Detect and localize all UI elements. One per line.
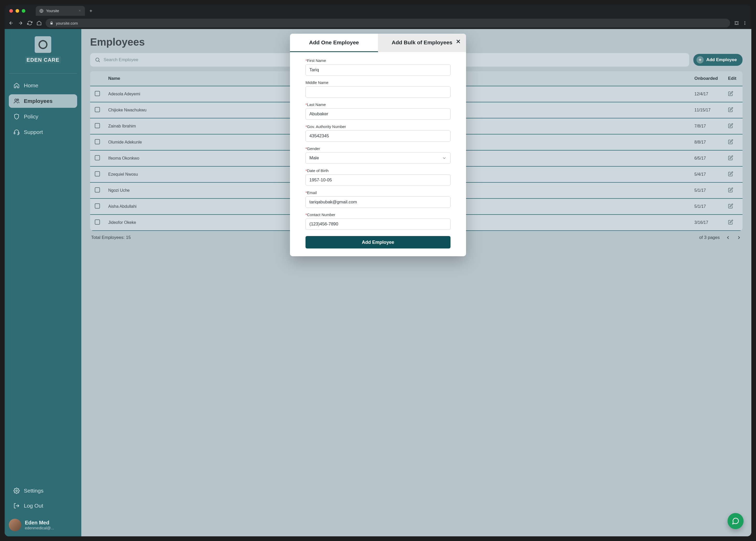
cell-onboarded: 3/16/17: [691, 215, 724, 231]
modal-body: *First Name Middle Name *Last Name *Gov.…: [290, 52, 466, 256]
edit-icon[interactable]: [728, 204, 733, 209]
edit-icon[interactable]: [728, 107, 733, 112]
plus-icon: [696, 56, 704, 64]
row-checkbox[interactable]: [95, 171, 100, 177]
forward-icon[interactable]: [18, 20, 23, 26]
sidebar-item-employees[interactable]: Employees: [9, 94, 77, 108]
cell-onboarded: 7/8/17: [691, 118, 724, 134]
svg-rect-14: [14, 132, 15, 134]
add-employee-label: Add Employee: [706, 57, 737, 62]
label-gender: *Gender: [306, 146, 450, 151]
users-icon: [13, 98, 20, 104]
logout-icon: [13, 503, 20, 509]
svg-point-10: [745, 23, 745, 24]
new-tab-button[interactable]: [87, 7, 95, 15]
svg-point-16: [16, 490, 17, 491]
add-employee-modal: Add One Employee Add Bulk of Employees *…: [290, 34, 466, 256]
sidebar-item-label: Support: [24, 129, 43, 135]
col-select: [90, 71, 105, 86]
svg-rect-4: [735, 23, 736, 24]
middle-name-field[interactable]: [306, 86, 450, 98]
dob-field[interactable]: [306, 174, 450, 186]
sidebar-item-policy[interactable]: Policy: [9, 110, 77, 123]
label-gov-auth: *Gov. Authority Number: [306, 124, 450, 129]
row-checkbox[interactable]: [95, 123, 100, 128]
gov-auth-field[interactable]: [306, 130, 450, 142]
edit-icon[interactable]: [728, 123, 733, 128]
row-checkbox[interactable]: [95, 220, 100, 225]
cell-edit: [724, 134, 743, 150]
modal-tabs: Add One Employee Add Bulk of Employees: [290, 34, 466, 52]
minimize-window-icon[interactable]: [16, 9, 19, 13]
sidebar-item-logout[interactable]: Log Out: [9, 499, 77, 512]
gender-select[interactable]: Male: [306, 152, 450, 164]
edit-icon[interactable]: [728, 187, 733, 193]
home-icon[interactable]: [36, 20, 42, 26]
cell-onboarded: 12/4/17: [691, 86, 724, 102]
close-tab-icon[interactable]: [78, 9, 81, 13]
contact-field[interactable]: [306, 219, 450, 230]
sidebar-item-label: Log Out: [24, 503, 43, 509]
gear-icon: [13, 488, 20, 494]
col-onboarded: Onboarded: [691, 71, 724, 86]
address-bar[interactable]: yoursite.com: [46, 19, 730, 27]
browser-window: Yoursite yoursite.com E: [5, 5, 751, 536]
pager: of 3 pages: [699, 235, 741, 240]
last-name-field[interactable]: [306, 108, 450, 120]
sidebar: EDEN CARE Home Employees Policy: [5, 29, 81, 536]
window-controls: [9, 9, 25, 13]
cell-onboarded: 6/5/17: [691, 150, 724, 166]
menu-icon[interactable]: [742, 20, 748, 26]
cell-edit: [724, 199, 743, 215]
first-name-field[interactable]: [306, 64, 450, 76]
user-name: Eden Med: [25, 520, 54, 526]
headset-icon: [13, 129, 20, 135]
row-checkbox[interactable]: [95, 187, 100, 193]
tab-add-bulk[interactable]: Add Bulk of Employees: [378, 34, 466, 52]
user-profile[interactable]: Eden Med edenmedical@...: [9, 519, 77, 531]
label-contact: *Contact Number: [306, 213, 450, 217]
row-checkbox[interactable]: [95, 107, 100, 112]
svg-point-9: [745, 21, 745, 22]
sidebar-item-home[interactable]: Home: [9, 79, 77, 92]
sidebar-item-settings[interactable]: Settings: [9, 484, 77, 497]
sidebar-nav: Home Employees Policy Support: [9, 79, 77, 139]
reload-icon[interactable]: [27, 20, 33, 26]
row-checkbox[interactable]: [95, 204, 100, 209]
sidebar-item-label: Employees: [24, 98, 53, 104]
page-info: of 3 pages: [699, 235, 720, 240]
chevron-right-icon[interactable]: [736, 235, 741, 240]
edit-icon[interactable]: [728, 220, 733, 225]
extensions-icon[interactable]: [734, 20, 739, 26]
sidebar-item-label: Home: [24, 82, 38, 89]
cell-edit: [724, 150, 743, 166]
row-checkbox[interactable]: [95, 139, 100, 144]
row-checkbox[interactable]: [95, 155, 100, 160]
back-icon[interactable]: [8, 20, 14, 26]
edit-icon[interactable]: [728, 139, 733, 144]
submit-add-employee[interactable]: Add Employee: [306, 236, 450, 249]
edit-icon[interactable]: [728, 171, 733, 177]
browser-tab[interactable]: Yoursite: [36, 6, 85, 16]
row-checkbox[interactable]: [95, 91, 100, 96]
cell-edit: [724, 118, 743, 134]
cell-onboarded: 5/4/17: [691, 166, 724, 183]
edit-icon[interactable]: [728, 155, 733, 160]
chat-fab[interactable]: [727, 513, 744, 529]
avatar: [9, 519, 21, 531]
sidebar-item-label: Settings: [24, 488, 44, 494]
close-icon[interactable]: [455, 38, 461, 46]
app-root: EDEN CARE Home Employees Policy: [5, 29, 751, 536]
browser-tab-strip: Yoursite: [5, 5, 751, 17]
close-window-icon[interactable]: [9, 9, 13, 13]
edit-icon[interactable]: [728, 91, 733, 96]
globe-icon: [39, 9, 44, 13]
email-field[interactable]: [306, 197, 450, 208]
maximize-window-icon[interactable]: [22, 9, 25, 13]
chevron-left-icon[interactable]: [725, 235, 731, 240]
home-icon: [13, 82, 20, 89]
sidebar-item-support[interactable]: Support: [9, 125, 77, 139]
add-employee-button[interactable]: Add Employee: [693, 54, 743, 66]
tab-add-one[interactable]: Add One Employee: [290, 34, 378, 52]
svg-rect-5: [738, 23, 738, 24]
